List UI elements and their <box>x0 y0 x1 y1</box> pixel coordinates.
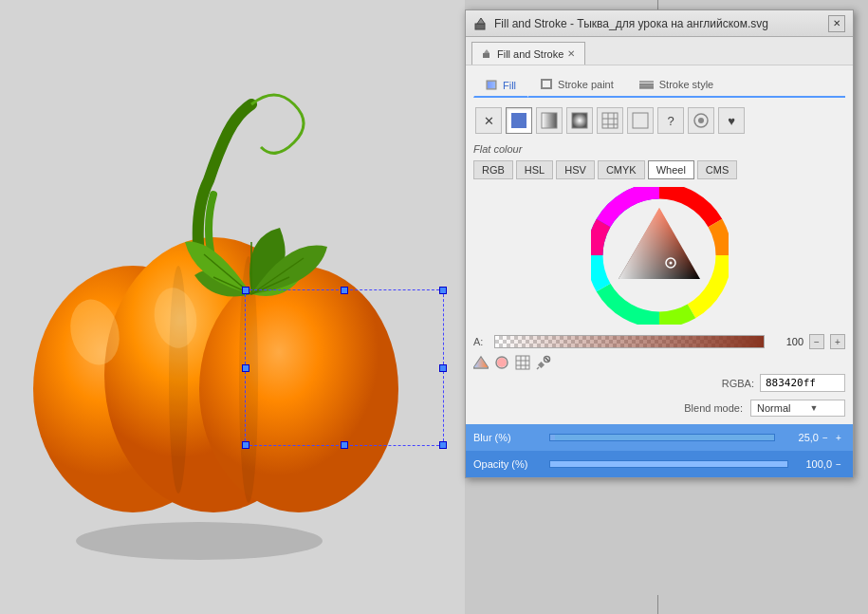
color-model-hsv[interactable]: HSV <box>556 160 595 179</box>
fill-linear-btn[interactable] <box>536 107 563 134</box>
opacity-slider-track[interactable] <box>549 460 788 468</box>
tab-stroke-style-label: Stroke style <box>659 79 713 90</box>
svg-rect-13 <box>475 24 485 29</box>
color-wheel[interactable] <box>591 187 729 325</box>
fill-radial-btn[interactable] <box>566 107 593 134</box>
tab-stroke-paint-label: Stroke paint <box>558 79 614 90</box>
dialog-title: Fill and Stroke - Тыква_для урока на анг… <box>494 17 768 30</box>
svg-rect-21 <box>511 113 526 128</box>
svg-marker-34 <box>619 208 700 279</box>
rgba-input[interactable] <box>760 374 845 392</box>
svg-rect-41 <box>516 356 529 369</box>
canvas-area <box>0 0 465 614</box>
fill-none-btn[interactable]: ✕ <box>475 107 502 134</box>
svg-rect-17 <box>542 80 551 88</box>
blur-plus-btn[interactable]: + <box>832 431 845 444</box>
stroke-paint-tab-icon <box>541 79 554 90</box>
svg-rect-14 <box>483 53 489 58</box>
fill-type-buttons: ✕ <box>473 105 845 136</box>
alpha-minus-btn[interactable]: − <box>809 334 824 349</box>
tab-fill[interactable]: Fill <box>473 73 528 98</box>
rgba-label: RGBA: <box>722 378 754 389</box>
blur-slider-row: Blur (%) 25,0 − + <box>466 424 853 451</box>
flat-colour-label: Flat colour <box>473 143 845 155</box>
blend-mode-select[interactable]: Normal ▼ <box>750 400 845 417</box>
opacity-slider-row: Opacity (%) 100,0 − <box>466 451 853 477</box>
alpha-label: A: <box>473 336 489 347</box>
svg-point-3 <box>199 266 398 512</box>
fill-stroke-tab-icon <box>482 48 493 60</box>
svg-point-0 <box>76 522 323 560</box>
blur-minus-btn[interactable]: − <box>819 431 832 444</box>
color-wheel-area <box>473 187 845 325</box>
color-model-hsl[interactable]: HSL <box>516 160 553 179</box>
tab-close-button[interactable]: ✕ <box>567 48 575 59</box>
tab-fill-label: Fill <box>503 80 516 91</box>
stroke-style-tab-icon <box>638 79 656 90</box>
fill-stroke-dialog: Fill and Stroke - Тыква_для урока на анг… <box>465 9 854 478</box>
fill-stroke-tab[interactable]: Fill and Stroke ✕ <box>471 42 585 65</box>
alpha-slider-row: A: 100 − + <box>473 334 845 349</box>
paint-pattern-icon <box>515 355 530 370</box>
alpha-value: 100 <box>770 336 803 347</box>
panel-content: Fill Stroke paint Stroke style ✕ <box>466 65 853 477</box>
opacity-value: 100,0 <box>794 458 832 470</box>
fill-unknown-btn[interactable]: ? <box>657 107 684 134</box>
dialog-titlebar: Fill and Stroke - Тыква_для урока на анг… <box>466 10 853 37</box>
dialog-tab-bar: Fill and Stroke ✕ <box>466 37 853 65</box>
paint-circle-icon <box>494 355 509 370</box>
alpha-slider[interactable] <box>494 335 765 348</box>
blur-slider-track[interactable] <box>549 434 775 441</box>
tab-stroke-paint[interactable]: Stroke paint <box>528 73 626 96</box>
blend-mode-label: Blend mode: <box>684 402 743 414</box>
svg-rect-16 <box>488 82 495 88</box>
blend-mode-value: Normal <box>757 402 790 414</box>
fill-flat-btn[interactable] <box>506 107 532 134</box>
dialog-title-area: Fill and Stroke - Тыква_для урока на анг… <box>473 16 768 31</box>
alpha-plus-btn[interactable]: + <box>830 334 845 349</box>
pumpkin-illustration <box>9 38 436 588</box>
fill-swatch-btn[interactable] <box>627 107 654 134</box>
blend-mode-row: Blend mode: Normal ▼ <box>473 400 845 417</box>
main-tabs-bar: Fill Stroke paint Stroke style <box>473 73 845 98</box>
blend-mode-arrow: ▼ <box>809 403 818 413</box>
fill-pattern-btn[interactable] <box>597 107 623 134</box>
fill-stroke-tab-label: Fill and Stroke <box>497 48 563 60</box>
svg-rect-23 <box>572 113 587 128</box>
eyedropper-icon[interactable] <box>536 355 551 370</box>
opacity-label: Opacity (%) <box>473 458 549 470</box>
tab-stroke-style[interactable]: Stroke style <box>626 73 726 96</box>
dialog-close-button[interactable]: ✕ <box>828 15 845 32</box>
color-model-cmyk[interactable]: CMYK <box>598 160 645 179</box>
svg-line-48 <box>537 367 539 369</box>
svg-point-31 <box>698 118 704 123</box>
paint-icons-row <box>473 355 845 370</box>
blur-label: Blur (%) <box>473 432 549 443</box>
svg-rect-29 <box>633 113 648 128</box>
fill-heart-btn[interactable]: ♥ <box>718 107 745 134</box>
color-model-cms[interactable]: CMS <box>697 160 737 179</box>
paint-triangle-icon <box>473 355 489 370</box>
blur-value: 25,0 <box>781 432 819 443</box>
svg-rect-47 <box>538 362 545 368</box>
opacity-minus-btn[interactable]: − <box>832 457 845 471</box>
svg-point-36 <box>669 262 672 265</box>
fill-unset1-btn[interactable] <box>688 107 714 134</box>
svg-rect-22 <box>542 113 557 128</box>
bottom-sliders: Blur (%) 25,0 − + Opacity (%) 100,0 − <box>466 424 853 477</box>
svg-rect-24 <box>602 113 618 128</box>
fill-tab-icon <box>486 80 499 91</box>
color-model-buttons: RGB HSL HSV CMYK Wheel CMS <box>473 160 845 179</box>
svg-point-40 <box>497 358 507 367</box>
fill-stroke-icon <box>473 16 489 31</box>
color-model-rgb[interactable]: RGB <box>473 160 513 179</box>
rgba-row: RGBA: <box>473 374 845 392</box>
color-model-wheel[interactable]: Wheel <box>648 160 694 179</box>
